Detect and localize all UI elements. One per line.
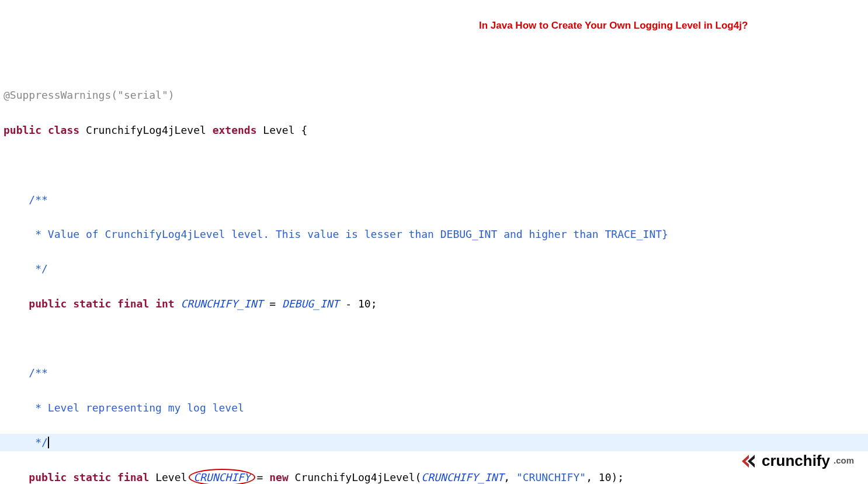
doc-line-current: */: [0, 434, 868, 451]
doc-line: */: [0, 260, 868, 278]
code-editor[interactable]: @SuppressWarnings("serial") public class…: [0, 70, 868, 484]
logo-tld: .com: [834, 454, 854, 468]
text-cursor: [48, 437, 49, 448]
doc-line: /**: [0, 364, 868, 382]
code-line: public class CrunchifyLog4jLevel extends…: [0, 122, 868, 139]
doc-line: * Level representing my log level: [0, 399, 868, 417]
crunchify-logo: crunchify.com: [741, 448, 854, 473]
logo-text: crunchify: [762, 448, 830, 473]
doc-line: * Value of CrunchifyLog4jLevel level. Th…: [0, 226, 868, 243]
blank-line: [0, 330, 868, 347]
code-line: public static final Level CRUNCHIFY = ne…: [0, 469, 868, 484]
code-line: @SuppressWarnings("serial"): [0, 87, 868, 104]
annotation-headline: In Java How to Create Your Own Logging L…: [479, 18, 748, 34]
crunchify-logo-icon: [741, 454, 758, 469]
doc-line: /**: [0, 191, 868, 209]
code-line: public static final int CRUNCHIFY_INT = …: [0, 295, 868, 313]
blank-line: [0, 156, 868, 174]
